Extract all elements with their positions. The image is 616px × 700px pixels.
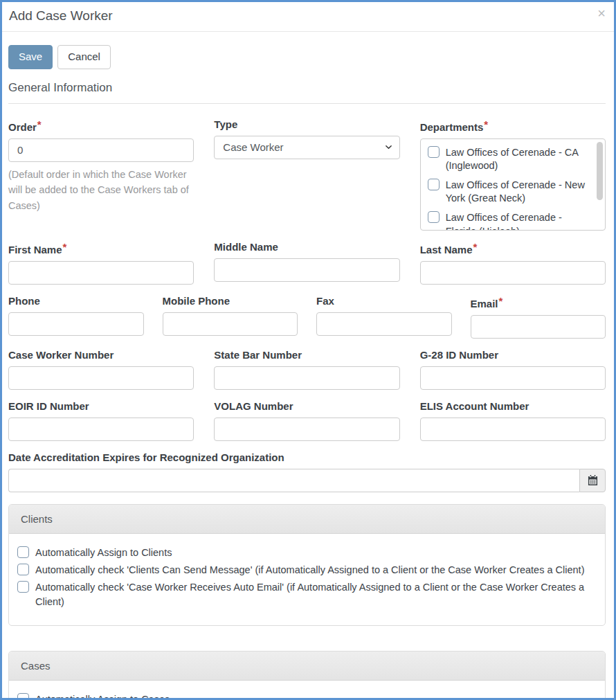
last-name-input[interactable] xyxy=(420,261,606,285)
volag-number-label: VOLAG Number xyxy=(214,400,399,412)
calendar-icon xyxy=(588,475,598,485)
eoir-id-number-input[interactable] xyxy=(8,418,194,441)
field-state-bar-number: State Bar Number xyxy=(214,349,399,390)
field-last-name: Last Name* xyxy=(420,241,606,285)
field-volag-number: VOLAG Number xyxy=(214,400,399,441)
mobile-phone-input[interactable] xyxy=(163,312,298,336)
email-label: Email* xyxy=(471,295,606,309)
departments-label: Departments* xyxy=(420,118,606,133)
required-asterisk: * xyxy=(37,118,42,130)
department-option-label: Law Offices of Cerenade - Florida (Hiale… xyxy=(446,210,591,231)
first-name-input[interactable] xyxy=(8,261,194,285)
field-phone: Phone xyxy=(8,295,144,339)
form-content: Order* (Default order in which the Case … xyxy=(2,118,614,492)
department-option[interactable]: Law Offices of Cerenade - Florida (Hiale… xyxy=(428,210,591,231)
mobile-phone-label: Mobile Phone xyxy=(163,295,298,307)
type-label: Type xyxy=(214,118,399,130)
clients-checkbox-row[interactable]: Automatically Assign to Clients xyxy=(17,546,597,560)
clients-panel-body: Automatically Assign to Clients Automati… xyxy=(9,534,605,625)
date-accreditation-label: Date Accreditation Expires for Recognize… xyxy=(8,451,606,463)
cases-panel: Cases Automatically Assign to Cases Auto… xyxy=(8,651,606,700)
clients-panel: Clients Automatically Assign to Clients … xyxy=(8,504,606,626)
checkbox-label: Automatically check 'Clients Can Send Me… xyxy=(35,563,584,577)
clients-checkbox-row[interactable]: Automatically check 'Case Worker Receive… xyxy=(17,580,597,609)
first-name-label: First Name* xyxy=(8,241,194,255)
department-option[interactable]: Law Offices of Cerenade - New York (Grea… xyxy=(428,178,591,206)
field-first-name: First Name* xyxy=(8,241,194,285)
required-asterisk: * xyxy=(499,295,503,307)
g28-id-number-input[interactable] xyxy=(420,366,606,390)
page-title: Add Case Worker xyxy=(9,8,113,23)
department-option-label: Law Offices of Cerenade - New York (Grea… xyxy=(446,178,591,206)
clients-can-send-message-checkbox[interactable] xyxy=(17,564,29,575)
clients-panel-header: Clients xyxy=(9,505,605,534)
middle-name-input[interactable] xyxy=(214,258,399,282)
volag-number-input[interactable] xyxy=(214,418,399,441)
department-checkbox[interactable] xyxy=(428,179,440,190)
auto-assign-clients-checkbox[interactable] xyxy=(17,546,29,558)
clients-checkbox-row[interactable]: Automatically check 'Clients Can Send Me… xyxy=(17,563,597,577)
dialog-header: Add Case Worker × xyxy=(2,2,614,32)
field-g28-id-number: G-28 ID Number xyxy=(420,349,606,390)
field-middle-name: Middle Name xyxy=(214,241,399,285)
cancel-button[interactable]: Cancel xyxy=(57,45,111,69)
checkbox-label: Automatically check 'Case Worker Receive… xyxy=(35,580,597,609)
field-departments: Departments* Law Offices of Cerenade - C… xyxy=(420,118,606,231)
cases-checkbox-row[interactable]: Automatically Assign to Cases xyxy=(17,692,597,700)
checkbox-label: Automatically Assign to Cases xyxy=(35,692,170,700)
department-checkbox[interactable] xyxy=(428,146,440,158)
case-worker-receives-auto-email-checkbox[interactable] xyxy=(17,581,29,593)
fax-label: Fax xyxy=(316,295,452,307)
field-order: Order* (Default order in which the Case … xyxy=(8,118,194,231)
type-select[interactable]: Case Worker xyxy=(214,136,399,159)
checkbox-label: Automatically Assign to Clients xyxy=(35,546,172,560)
fax-input[interactable] xyxy=(316,312,452,336)
required-asterisk: * xyxy=(63,241,67,253)
g28-id-number-label: G-28 ID Number xyxy=(420,349,606,361)
close-icon[interactable]: × xyxy=(597,6,606,20)
state-bar-number-input[interactable] xyxy=(214,366,399,390)
field-mobile-phone: Mobile Phone xyxy=(163,295,298,339)
department-option-label: Law Offices of Cerenade - CA (Inglewood) xyxy=(446,145,591,173)
departments-listbox[interactable]: Law Offices of Cerenade - CA (Inglewood)… xyxy=(420,138,606,231)
departments-scrollbar[interactable] xyxy=(597,142,603,200)
phone-label: Phone xyxy=(8,295,144,307)
department-checkbox[interactable] xyxy=(428,211,440,223)
field-eoir-id-number: EOIR ID Number xyxy=(8,400,194,441)
elis-account-number-label: ELIS Account Number xyxy=(420,400,606,412)
department-option[interactable]: Law Offices of Cerenade - CA (Inglewood) xyxy=(428,145,591,173)
email-input[interactable] xyxy=(471,315,606,339)
case-worker-number-input[interactable] xyxy=(8,366,194,390)
section-title-general-information: General Information xyxy=(8,81,606,104)
case-worker-number-label: Case Worker Number xyxy=(8,349,194,361)
elis-account-number-input[interactable] xyxy=(420,418,606,441)
toolbar: Save Cancel xyxy=(2,32,614,69)
cases-panel-body: Automatically Assign to Cases Automatica… xyxy=(9,681,605,700)
date-picker-button[interactable] xyxy=(579,469,606,492)
field-fax: Fax xyxy=(316,295,452,339)
required-asterisk: * xyxy=(473,241,478,253)
last-name-label: Last Name* xyxy=(420,241,606,255)
auto-assign-cases-checkbox[interactable] xyxy=(17,693,29,700)
save-button[interactable]: Save xyxy=(8,45,53,69)
cases-panel-header: Cases xyxy=(9,652,605,681)
field-date-accreditation: Date Accreditation Expires for Recognize… xyxy=(8,451,606,492)
date-accreditation-input[interactable] xyxy=(8,469,579,492)
eoir-id-number-label: EOIR ID Number xyxy=(8,400,194,412)
field-case-worker-number: Case Worker Number xyxy=(8,349,194,390)
order-input[interactable] xyxy=(8,138,194,162)
order-help-text: (Default order in which the Case Worker … xyxy=(8,167,194,213)
field-elis-account-number: ELIS Account Number xyxy=(420,400,606,441)
field-email: Email* xyxy=(471,295,606,339)
phone-input[interactable] xyxy=(8,312,144,336)
field-type: Type Case Worker xyxy=(214,118,399,231)
state-bar-number-label: State Bar Number xyxy=(214,349,399,361)
middle-name-label: Middle Name xyxy=(214,241,399,253)
required-asterisk: * xyxy=(484,118,488,130)
order-label: Order* xyxy=(8,118,194,133)
